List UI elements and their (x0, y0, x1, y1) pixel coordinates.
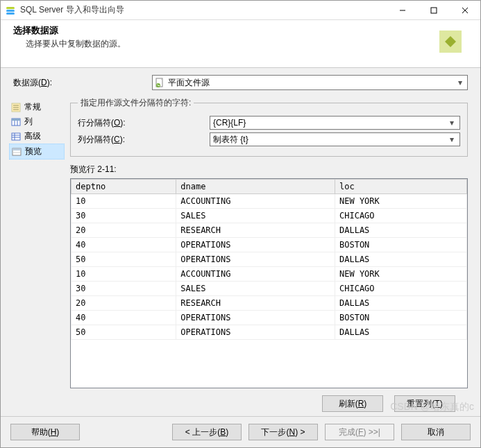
delimiter-group: 指定用作源文件分隔符的字符: 行分隔符(O): {CR}{LF} ▾ 列分隔符(… (70, 97, 468, 157)
preview-label: 预览行 2-11: (70, 164, 468, 175)
table-cell: OPERATIONS (176, 238, 335, 252)
close-button[interactable] (449, 1, 480, 19)
sidebar-item-preview[interactable]: 预览 (9, 144, 65, 160)
table-cell: RESEARCH (176, 223, 335, 238)
table-cell: 50 (71, 325, 176, 340)
sidebar-item-columns[interactable]: 列 (9, 114, 65, 129)
table-cell: 10 (71, 267, 176, 282)
row-delimiter-label: 行分隔符(O): (78, 117, 210, 129)
table-row[interactable]: 10ACCOUNTINGNEW YORK (71, 267, 467, 282)
general-icon (10, 102, 22, 113)
sidebar: 常规 列 高级 预览 (9, 97, 65, 416)
table-cell: 40 (71, 311, 176, 325)
table-cell: DALLAS (335, 223, 467, 238)
svg-rect-1 (6, 10, 15, 12)
table-row[interactable]: 30SALESCHICAGO (71, 209, 467, 223)
minimize-button[interactable] (387, 1, 418, 19)
table-cell: NEW YORK (335, 194, 467, 209)
svg-rect-2 (6, 12, 15, 15)
table-cell: BOSTON (335, 238, 467, 252)
table-cell: DALLAS (335, 296, 467, 311)
row-delimiter-value: {CR}{LF} (213, 118, 447, 128)
wizard-footer: 帮助(H) < 上一步(B) 下一步(N) > 完成(F) >>| 取消 (1, 416, 480, 447)
table-row[interactable]: 50OPERATIONSDALLAS (71, 325, 467, 340)
svg-rect-0 (6, 7, 15, 9)
table-cell: CHICAGO (335, 209, 467, 223)
svg-rect-18 (12, 133, 20, 140)
sidebar-item-label: 常规 (24, 101, 41, 113)
preview-grid[interactable]: deptnodnameloc 10ACCOUNTINGNEW YORK30SAL… (70, 178, 468, 388)
next-button[interactable]: 下一步(N) > (248, 424, 318, 440)
sidebar-item-advanced[interactable]: 高级 (9, 129, 65, 144)
table-cell: OPERATIONS (176, 325, 335, 340)
table-row[interactable]: 20RESEARCHDALLAS (71, 296, 467, 311)
table-cell: CHICAGO (335, 282, 467, 296)
table-cell: 10 (71, 194, 176, 209)
svg-rect-23 (12, 148, 21, 150)
datasource-value: 平面文件源 (168, 77, 455, 89)
table-row[interactable]: 30SALESCHICAGO (71, 282, 467, 296)
table-cell: 20 (71, 296, 176, 311)
sidebar-item-general[interactable]: 常规 (9, 100, 65, 114)
help-button[interactable]: 帮助(H) (10, 424, 80, 440)
app-icon (5, 5, 16, 16)
datasource-select[interactable]: 平面文件源 ▾ (152, 75, 468, 90)
svg-rect-17 (12, 119, 20, 121)
table-cell: 20 (71, 223, 176, 238)
page-title: 选择数据源 (13, 24, 433, 37)
table-cell: DALLAS (335, 325, 467, 340)
table-cell: ACCOUNTING (176, 194, 335, 209)
datasource-label: 数据源(D): (13, 77, 152, 89)
col-delimiter-label: 列分隔符(C): (78, 134, 210, 146)
table-cell: SALES (176, 209, 335, 223)
table-cell: NEW YORK (335, 267, 467, 282)
table-cell: 30 (71, 209, 176, 223)
sidebar-item-label: 列 (24, 116, 33, 128)
table-row[interactable]: 20RESEARCHDALLAS (71, 223, 467, 238)
reset-columns-button[interactable]: 重置列(T) (394, 395, 455, 412)
refresh-button[interactable]: 刷新(R) (322, 395, 383, 412)
sidebar-item-label: 预览 (25, 146, 42, 157)
finish-button[interactable]: 完成(F) >>| (325, 424, 394, 440)
column-header[interactable]: dname (176, 180, 335, 194)
delimiter-legend: 指定用作源文件分隔符的字符: (78, 97, 194, 109)
column-header[interactable]: deptno (71, 180, 176, 194)
titlebar: SQL Server 导入和导出向导 (1, 1, 480, 20)
flatfile-icon (154, 77, 165, 88)
table-cell: BOSTON (335, 311, 467, 325)
table-cell: OPERATIONS (176, 252, 335, 267)
window-title: SQL Server 导入和导出向导 (20, 4, 387, 16)
table-cell: OPERATIONS (176, 311, 335, 325)
table-row[interactable]: 40OPERATIONSBOSTON (71, 238, 467, 252)
table-row[interactable]: 50OPERATIONSDALLAS (71, 252, 467, 267)
table-cell: RESEARCH (176, 296, 335, 311)
wizard-icon (433, 24, 468, 59)
table-row[interactable]: 10ACCOUNTINGNEW YORK (71, 194, 467, 209)
wizard-header: 选择数据源 选择要从中复制数据的源。 (1, 20, 480, 68)
columns-icon (10, 117, 22, 128)
advanced-icon (10, 131, 22, 142)
table-cell: 40 (71, 238, 176, 252)
chevron-down-icon: ▾ (447, 118, 457, 128)
table-cell: 50 (71, 252, 176, 267)
table-cell: ACCOUNTING (176, 267, 335, 282)
table-cell: 30 (71, 282, 176, 296)
column-header[interactable]: loc (335, 180, 467, 194)
maximize-button[interactable] (418, 1, 449, 19)
table-row[interactable]: 40OPERATIONSBOSTON (71, 311, 467, 325)
col-delimiter-value: 制表符 {t} (213, 134, 447, 146)
table-cell: SALES (176, 282, 335, 296)
chevron-down-icon: ▾ (447, 135, 457, 144)
svg-rect-4 (431, 8, 437, 13)
preview-icon (11, 146, 22, 157)
chevron-down-icon: ▾ (455, 78, 466, 87)
col-delimiter-select[interactable]: 制表符 {t} ▾ (210, 132, 460, 146)
page-subtitle: 选择要从中复制数据的源。 (13, 38, 433, 50)
back-button[interactable]: < 上一步(B) (172, 424, 242, 440)
sidebar-item-label: 高级 (24, 130, 41, 142)
row-delimiter-select[interactable]: {CR}{LF} ▾ (210, 116, 460, 130)
table-cell: DALLAS (335, 252, 467, 267)
cancel-button[interactable]: 取消 (401, 424, 471, 440)
